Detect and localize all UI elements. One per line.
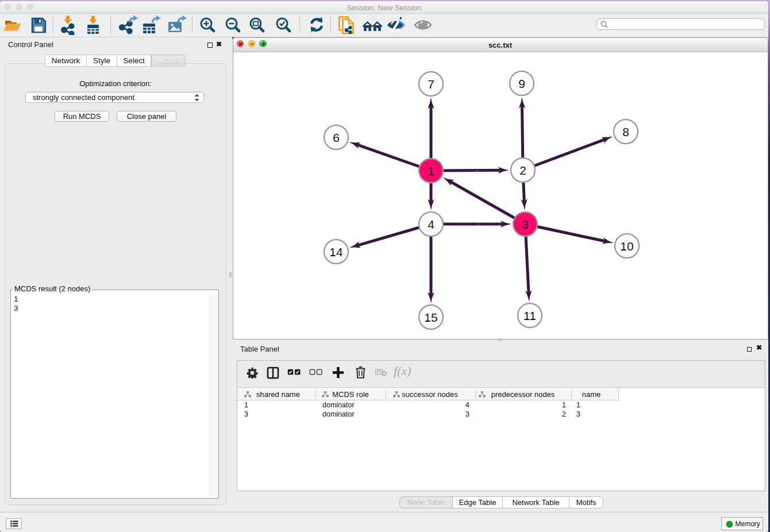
svg-text:11: 11	[523, 309, 536, 322]
svg-text:9: 9	[518, 77, 525, 90]
svg-text:1: 1	[428, 164, 434, 178]
svg-text:2: 2	[519, 164, 526, 177]
svg-text:7: 7	[428, 78, 434, 91]
svg-text:6: 6	[333, 131, 340, 144]
svg-text:10: 10	[620, 240, 633, 253]
svg-text:4: 4	[428, 218, 434, 231]
svg-text:14: 14	[329, 245, 343, 259]
svg-text:3: 3	[522, 218, 529, 231]
svg-text:8: 8	[622, 125, 629, 138]
svg-text:15: 15	[424, 311, 437, 324]
